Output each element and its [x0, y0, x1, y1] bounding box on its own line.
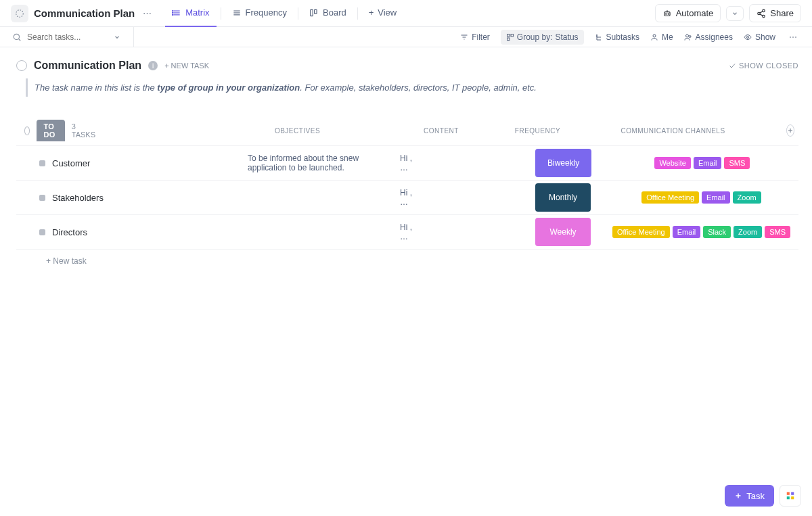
group-collapse-toggle[interactable]	[24, 126, 30, 135]
channel-tag[interactable]: Zoom	[734, 226, 762, 238]
assignees-button[interactable]: Assignees	[684, 32, 733, 42]
tab-label: View	[378, 7, 397, 18]
list-view-icon	[172, 8, 181, 18]
share-button[interactable]: Share	[749, 4, 801, 22]
toolbar: Filter Group by: Status Subtasks Me Assi…	[0, 27, 812, 47]
cell-content[interactable]: Hi ,…	[396, 222, 531, 241]
automate-button[interactable]: Automate	[655, 4, 721, 22]
col-content[interactable]: CONTENT	[374, 127, 509, 135]
title-menu[interactable]: ⋯	[140, 8, 154, 18]
svg-line-20	[760, 14, 763, 15]
svg-point-14	[668, 14, 669, 14]
fab-wrap: Task	[725, 485, 801, 507]
channel-tag[interactable]: Email	[702, 191, 730, 204]
svg-line-19	[760, 11, 763, 12]
desc-pre: The task name in this list is the	[35, 83, 157, 93]
channel-tag[interactable]: Zoom	[733, 191, 761, 204]
svg-line-22	[18, 39, 20, 41]
assignees-label: Assignees	[696, 32, 733, 42]
svg-rect-40	[791, 496, 794, 499]
cell-channels[interactable]: Office MeetingEmailSlackZoomSMS	[595, 226, 808, 238]
cell-channels[interactable]: WebsiteEmailSMS	[595, 157, 809, 169]
channel-tag[interactable]: Email	[694, 157, 722, 169]
chevron-down-icon[interactable]	[114, 34, 120, 41]
subtasks-button[interactable]: Subtasks	[595, 32, 639, 42]
new-task-row[interactable]: + New task	[16, 250, 798, 266]
task-name[interactable]: Directors	[52, 227, 87, 237]
task-rows: Customer To be informed about the snew a…	[16, 145, 798, 250]
frequency-tag[interactable]: Biweekly	[535, 149, 591, 177]
channel-tag[interactable]: Office Meeting	[641, 191, 699, 204]
person-icon	[650, 33, 658, 41]
status-pill[interactable]: TO DO	[37, 120, 64, 141]
tab-separator	[221, 7, 221, 20]
task-name[interactable]: Customer	[52, 158, 90, 168]
list-description[interactable]: The task name in this list is the type o…	[26, 78, 798, 97]
filter-button[interactable]: Filter	[460, 32, 490, 42]
show-closed-button[interactable]: SHOW CLOSED	[728, 62, 798, 70]
column-headers: OBJECTIVES CONTENT FREQUENCY COMMUNICATI…	[221, 127, 780, 135]
frequency-tag[interactable]: Weekly	[535, 218, 591, 246]
svg-rect-11	[315, 9, 317, 14]
tab-frequency[interactable]: Frequency	[225, 0, 294, 27]
svg-rect-27	[511, 34, 514, 37]
cell-frequency[interactable]: Monthly	[531, 183, 595, 212]
task-status-square[interactable]	[39, 229, 45, 235]
status-circle-icon[interactable]	[16, 60, 27, 71]
frequency-tag[interactable]: Monthly	[535, 183, 591, 212]
group-by-button[interactable]: Group by: Status	[501, 30, 584, 45]
cell-channels[interactable]: Office MeetingEmailZoom	[595, 191, 808, 204]
automate-dropdown[interactable]	[726, 6, 744, 21]
channel-tag[interactable]: Slack	[703, 226, 731, 238]
col-objectives[interactable]: OBJECTIVES	[221, 127, 374, 135]
channel-tag[interactable]: SMS	[724, 157, 750, 169]
task-status-square[interactable]	[39, 160, 45, 166]
task-status-square[interactable]	[39, 195, 45, 201]
tab-matrix[interactable]: Matrix	[165, 0, 216, 27]
svg-point-4	[173, 10, 173, 11]
channel-tag[interactable]: Website	[654, 157, 691, 169]
task-row-left: Customer	[16, 158, 244, 168]
cell-frequency[interactable]: Weekly	[531, 218, 595, 246]
col-frequency[interactable]: FREQUENCY	[509, 127, 566, 135]
cell-frequency[interactable]: Biweekly	[531, 149, 595, 177]
me-button[interactable]: Me	[650, 32, 673, 42]
channel-tag[interactable]: SMS	[765, 226, 790, 238]
group-by-value: Status	[556, 32, 579, 42]
show-closed-label: SHOW CLOSED	[739, 62, 798, 70]
cell-content[interactable]: Hi ,…	[396, 188, 531, 207]
svg-rect-10	[311, 9, 313, 16]
task-row[interactable]: Customer To be informed about the snew a…	[16, 145, 798, 180]
search-icon	[12, 32, 22, 42]
tab-label: Matrix	[185, 7, 209, 18]
cell-objectives[interactable]: To be informed about the snew applicatio…	[244, 154, 396, 172]
svg-rect-28	[507, 38, 510, 41]
info-icon[interactable]: i	[148, 61, 158, 70]
task-name[interactable]: Stakeholders	[52, 193, 104, 203]
task-row[interactable]: Stakeholders Hi ,… Monthly Office Meetin…	[16, 180, 798, 214]
channel-tag[interactable]: Office Meeting	[612, 226, 670, 238]
tab-label: Frequency	[246, 7, 287, 18]
tab-label: Board	[323, 7, 346, 18]
new-task-header-link[interactable]: + NEW TASK	[164, 62, 209, 70]
task-row-left: Stakeholders	[16, 193, 244, 203]
check-icon	[728, 62, 736, 70]
fab-task-button[interactable]: Task	[725, 485, 774, 507]
channel-tag[interactable]: Email	[673, 226, 701, 238]
task-row[interactable]: Directors Hi ,… Weekly Office MeetingEma…	[16, 214, 798, 250]
me-label: Me	[662, 32, 673, 42]
subtasks-label: Subtasks	[606, 32, 639, 42]
add-column-button[interactable]	[786, 124, 794, 137]
svg-point-17	[758, 12, 761, 15]
tab-board[interactable]: Board	[302, 0, 353, 27]
col-channels[interactable]: COMMUNICATION CHANNELS	[566, 127, 780, 135]
search-wrap	[12, 27, 134, 47]
cell-content[interactable]: Hi ,…	[396, 154, 531, 172]
content-area: Communication Plan i + NEW TASK SHOW CLO…	[0, 47, 812, 279]
fab-apps-button[interactable]	[780, 485, 801, 507]
show-button[interactable]: Show	[744, 32, 775, 42]
toolbar-more[interactable]: ⋯	[786, 32, 800, 42]
desc-bold: type of group in your organization	[157, 83, 300, 93]
search-input[interactable]	[27, 32, 108, 42]
tab-add-view[interactable]: + View	[362, 0, 404, 27]
